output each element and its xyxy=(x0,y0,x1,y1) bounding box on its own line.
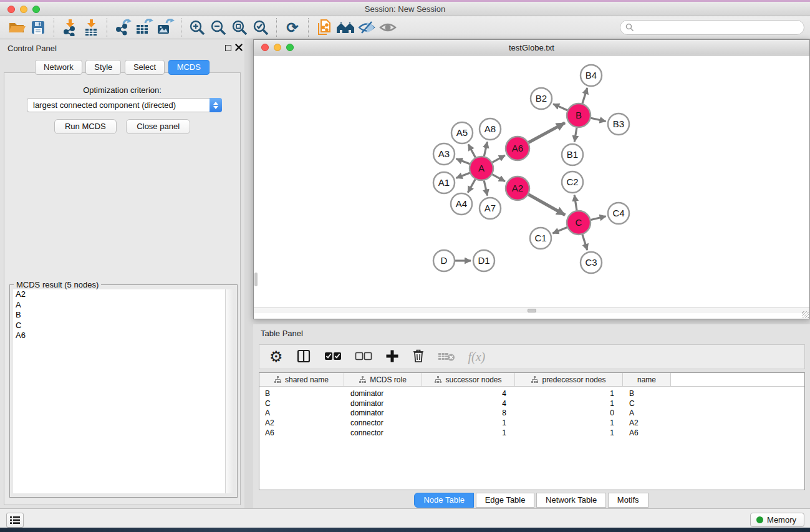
network-vertical-scrollbar[interactable] xyxy=(254,273,258,286)
graph-edge-A-A7[interactable] xyxy=(484,181,487,196)
control-panel-title: Control Panel xyxy=(7,44,57,53)
memory-button[interactable]: Memory xyxy=(750,513,804,527)
network-canvas[interactable]: B4B2BB3A8A5A6B1A3AC2A1A2A4A7C4CC1DD1C3 xyxy=(254,56,809,313)
panel-splitter[interactable] xyxy=(244,39,251,508)
network-horizontal-scrollbar[interactable] xyxy=(254,307,809,313)
close-panel-button[interactable]: Close panel xyxy=(126,119,190,134)
graph-edge-B-B2[interactable] xyxy=(553,104,567,110)
hide-details-button[interactable] xyxy=(356,18,377,37)
network-overview-button[interactable] xyxy=(335,18,356,37)
graph-edge-C-C2[interactable] xyxy=(574,195,577,210)
deselect-all-button[interactable] xyxy=(355,351,372,363)
export-image-icon xyxy=(156,19,175,36)
save-session-button[interactable] xyxy=(27,18,49,37)
mcds-result-item[interactable]: C xyxy=(13,321,225,331)
graph-node-label-A4: A4 xyxy=(456,198,467,209)
function-builder-button-disabled[interactable]: f(x) xyxy=(468,350,486,364)
network-scrollbar-thumb[interactable] xyxy=(528,309,536,312)
result-list-scrollbar[interactable] xyxy=(225,289,234,493)
table-row[interactable]: A dominator 8 0 A xyxy=(259,409,804,418)
graph-edge-A-A3[interactable] xyxy=(456,159,470,164)
table-header-row: shared name MCDS role xyxy=(259,373,804,387)
table-panel-header: Table Panel xyxy=(253,324,810,341)
control-panel-tab[interactable]: MCDS xyxy=(168,60,210,75)
graph-edge-C-C4[interactable] xyxy=(591,216,605,220)
float-panel-icon[interactable] xyxy=(225,45,231,51)
table-tab[interactable]: Node Table xyxy=(414,493,474,508)
apply-layout-button[interactable]: ⟳ xyxy=(282,18,303,37)
search-input[interactable] xyxy=(634,23,804,32)
clone-network-button[interactable] xyxy=(314,18,335,37)
table-settings-button[interactable]: ⚙ xyxy=(269,349,283,364)
graph-edge-B-B3[interactable] xyxy=(591,118,606,121)
refresh-icon: ⟳ xyxy=(286,21,298,34)
control-panel-tab[interactable]: Style xyxy=(85,60,121,75)
graph-edge-A-A6[interactable] xyxy=(493,155,505,162)
mcds-result-list[interactable]: A2 A B C A6 xyxy=(13,289,225,493)
mcds-result-item[interactable]: B xyxy=(13,310,225,321)
toolbar-separator xyxy=(54,18,54,37)
mcds-result-item[interactable]: A2 xyxy=(13,289,225,300)
table-column-header[interactable]: predecessor nodes xyxy=(515,373,623,386)
import-network-button[interactable] xyxy=(59,18,80,37)
table-tab[interactable]: Edge Table xyxy=(476,493,535,508)
graph-node-label-A1: A1 xyxy=(438,177,450,188)
graph-edge-B-B1[interactable] xyxy=(574,128,577,142)
table-tab[interactable]: Motifs xyxy=(608,493,648,508)
table-panel-tabs: Node Table Edge Table Network Table Moti… xyxy=(253,493,810,508)
desktop-strip-bottom xyxy=(0,528,810,532)
zoom-fit-icon xyxy=(231,19,248,36)
optimization-criterion-select[interactable]: largest connected component (directed) xyxy=(27,98,222,112)
task-history-button[interactable] xyxy=(6,513,24,528)
graph-edge-A-A8[interactable] xyxy=(484,142,487,156)
table-tab[interactable]: Network Table xyxy=(536,493,606,508)
graph-node-label-B: B xyxy=(576,110,582,120)
graph-edge-C-C1[interactable] xyxy=(552,228,567,233)
delete-table-button-disabled[interactable] xyxy=(438,351,455,364)
split-panel-icon xyxy=(296,349,311,364)
import-network-icon xyxy=(61,19,79,36)
control-panel-tab[interactable]: Select xyxy=(125,60,165,75)
zoom-fit-button[interactable] xyxy=(229,18,250,37)
graph-node-label-A6: A6 xyxy=(512,143,523,153)
graph-edge-B-B4[interactable] xyxy=(582,88,587,104)
open-session-button[interactable] xyxy=(6,18,27,37)
table-row[interactable]: C dominator 4 1 C xyxy=(259,399,804,409)
mcds-result-item[interactable]: A xyxy=(13,300,225,311)
import-table-button[interactable] xyxy=(80,18,102,37)
graph-edge-A-A5[interactable] xyxy=(468,144,475,157)
graph-edge-A2-C[interactable] xyxy=(528,195,565,215)
control-panel-tab[interactable]: Network xyxy=(35,60,82,75)
graph-node-label-C: C xyxy=(576,217,582,228)
table-column-header[interactable]: name xyxy=(623,373,671,386)
window-resize-grip[interactable] xyxy=(802,311,809,318)
table-column-header[interactable]: shared name xyxy=(259,373,344,386)
app-title: Session: New Session xyxy=(0,4,810,14)
select-all-button[interactable] xyxy=(324,351,342,363)
export-network-button[interactable] xyxy=(112,18,133,37)
graph-edge-A-A1[interactable] xyxy=(456,173,470,178)
toggle-panel-button[interactable] xyxy=(296,349,311,365)
zoom-out-button[interactable] xyxy=(208,18,229,37)
graph-edge-C-C3[interactable] xyxy=(582,235,587,250)
save-floppy-icon xyxy=(30,19,46,36)
table-row[interactable]: A6 connector 1 1 A6 xyxy=(259,428,804,438)
table-row[interactable]: B dominator 4 1 B xyxy=(259,389,804,399)
table-column-header[interactable]: successor nodes xyxy=(422,373,515,386)
run-mcds-button[interactable]: Run MCDS xyxy=(54,119,117,134)
memory-label: Memory xyxy=(767,515,796,525)
zoom-selected-button[interactable] xyxy=(250,18,271,37)
graph-edge-A6-B[interactable] xyxy=(529,123,565,143)
table-row[interactable]: A2 connector 1 1 A2 xyxy=(259,418,804,428)
mcds-result-item[interactable]: A6 xyxy=(13,331,225,341)
delete-column-button[interactable] xyxy=(412,349,425,365)
graph-edge-A-A2[interactable] xyxy=(493,175,505,181)
graph-edge-A-A4[interactable] xyxy=(468,179,475,192)
table-column-header[interactable]: MCDS role xyxy=(344,373,422,386)
show-details-button[interactable] xyxy=(377,18,398,37)
zoom-in-button[interactable] xyxy=(186,18,208,37)
close-panel-icon[interactable] xyxy=(235,43,243,52)
add-column-button[interactable] xyxy=(385,349,399,365)
export-table-button[interactable] xyxy=(133,18,155,37)
export-image-button[interactable] xyxy=(155,18,176,37)
